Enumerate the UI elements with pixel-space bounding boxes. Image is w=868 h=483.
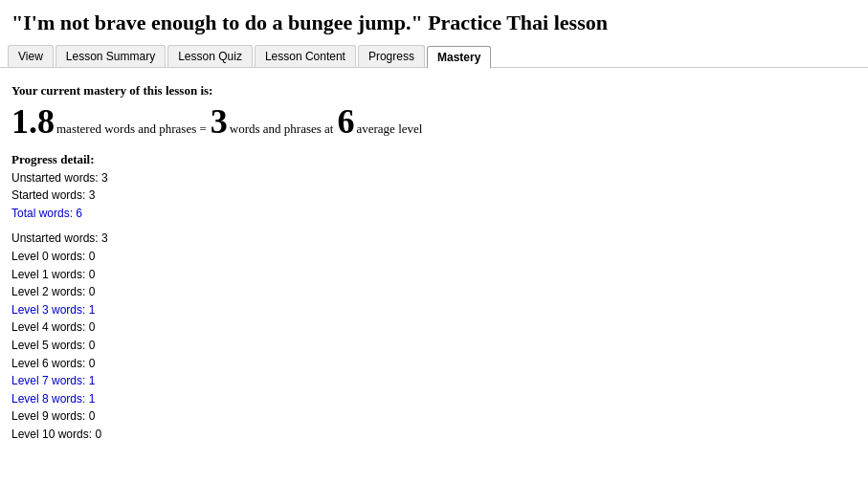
progress-line-10: Level 5 words: 0 xyxy=(11,337,857,355)
mastery-text1: mastered words and phrases = xyxy=(56,121,207,137)
progress-line-4: Unstarted words: 3 xyxy=(11,230,857,248)
mastery-text2: words and phrases at xyxy=(230,121,334,137)
mastery-row: 1.8 mastered words and phrases = 3 words… xyxy=(11,104,857,139)
progress-line-11: Level 6 words: 0 xyxy=(11,355,857,373)
progress-line-1: Unstarted words: 3 xyxy=(11,169,857,187)
progress-line-15: Level 10 words: 0 xyxy=(11,426,857,444)
progress-line-12: Level 7 words: 1 xyxy=(11,372,857,390)
tab-lesson-summary[interactable]: Lesson Summary xyxy=(56,45,166,67)
tab-progress[interactable]: Progress xyxy=(358,45,425,67)
progress-lines-group2: Unstarted words: 3 Level 0 words: 0 Leve… xyxy=(11,230,857,443)
tab-lesson-content[interactable]: Lesson Content xyxy=(255,45,356,67)
progress-line-6: Level 1 words: 0 xyxy=(11,266,857,284)
mastery-text3: average level xyxy=(356,121,422,137)
mastery-value: 1.8 xyxy=(11,104,55,139)
progress-line-8: Level 3 words: 1 xyxy=(11,301,857,319)
progress-lines-group1: Unstarted words: 3 Started words: 3 Tota… xyxy=(11,169,857,223)
progress-line-14: Level 9 words: 0 xyxy=(11,407,857,426)
progress-line-5: Level 0 words: 0 xyxy=(11,248,857,266)
mastery-words-count: 3 xyxy=(211,104,228,139)
mastery-avg-level: 6 xyxy=(337,104,354,139)
progress-line-3: Total words: 6 xyxy=(11,205,857,223)
progress-line-2: Started words: 3 xyxy=(11,187,857,205)
progress-detail-title: Progress detail: xyxy=(11,152,857,167)
content-area: Your current mastery of this lesson is: … xyxy=(0,79,868,455)
page-title: "I'm not brave enough to do a bungee jum… xyxy=(0,0,868,45)
tab-view[interactable]: View xyxy=(8,45,54,67)
progress-line-13: Level 8 words: 1 xyxy=(11,390,857,408)
mastery-heading: Your current mastery of this lesson is: xyxy=(11,83,857,99)
progress-line-7: Level 2 words: 0 xyxy=(11,283,857,301)
tab-lesson-quiz[interactable]: Lesson Quiz xyxy=(167,45,253,67)
tab-bar: View Lesson Summary Lesson Quiz Lesson C… xyxy=(0,45,868,68)
tab-mastery[interactable]: Mastery xyxy=(427,46,491,68)
progress-line-9: Level 4 words: 0 xyxy=(11,318,857,337)
